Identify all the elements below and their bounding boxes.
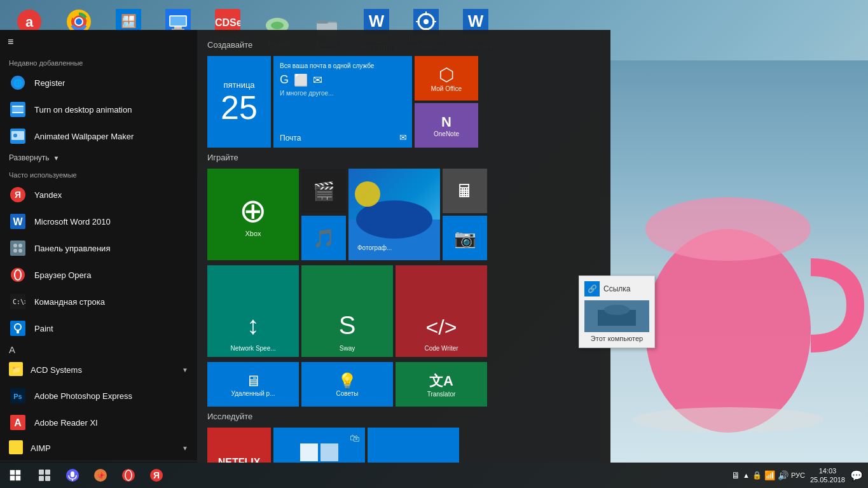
svg-text:Ps: Ps bbox=[13, 393, 22, 400]
yandex-menu-icon: Я bbox=[9, 186, 27, 204]
start-menu-bottom bbox=[0, 461, 197, 463]
svg-point-42 bbox=[13, 134, 17, 137]
photoshop-express-label: Adobe Photoshop Express bbox=[34, 391, 132, 401]
office-icon: ⬡ bbox=[439, 64, 454, 85]
adobe-reader-icon: A bbox=[9, 414, 27, 431]
ms-edge-tile[interactable]: Microsoft Edge bbox=[368, 428, 459, 463]
menu-item-animated[interactable]: Animated Wallpaper Maker bbox=[0, 123, 197, 150]
turn-on-label: Turn on desktop animation bbox=[34, 105, 132, 115]
menu-item-acd-systems[interactable]: 📁 ACD Systems ▼ bbox=[0, 358, 197, 382]
svg-text:Я: Я bbox=[15, 190, 21, 200]
start-menu: ≡ Недавно добавленные 🌐 Register Turn on… bbox=[0, 30, 610, 463]
notification-icon[interactable]: 💬 bbox=[850, 470, 863, 482]
network-speed-tile[interactable]: ↕ Network Spee... bbox=[207, 265, 299, 357]
expand-label: Развернуть bbox=[9, 153, 50, 162]
menu-item-turn-on[interactable]: Turn on desktop animation bbox=[0, 96, 197, 123]
expand-button[interactable]: Развернуть ▼ bbox=[0, 150, 197, 166]
acd-systems-arrow: ▼ bbox=[182, 366, 188, 373]
xbox-label: Xbox bbox=[245, 230, 261, 237]
remote-desktop-tile[interactable]: 🖥 Удаленный р... bbox=[207, 362, 299, 407]
camera-tile[interactable]: 📷 bbox=[443, 216, 487, 260]
vpn-icon[interactable]: 🔒 bbox=[752, 471, 762, 480]
taskbar-clock[interactable]: 14:03 25.05.2018 bbox=[810, 466, 845, 485]
svg-text:📁: 📁 bbox=[11, 365, 21, 374]
start-button[interactable] bbox=[0, 463, 31, 488]
calendar-tile[interactable]: пятница 25 bbox=[207, 56, 271, 148]
svg-rect-65 bbox=[9, 440, 23, 454]
yandex-menu-label: Yandex bbox=[34, 190, 62, 200]
aimp-icon bbox=[9, 440, 23, 456]
svg-rect-74 bbox=[300, 443, 318, 461]
menu-item-adobe-reader[interactable]: A Adobe Reader XI bbox=[0, 409, 197, 436]
sway-icon: S bbox=[339, 311, 356, 340]
task-view-button[interactable] bbox=[31, 463, 59, 488]
svg-rect-88 bbox=[16, 470, 21, 475]
network-icon[interactable]: 🖥 bbox=[731, 470, 740, 480]
calculator-tile[interactable]: 🖩 bbox=[443, 169, 487, 213]
tips-tile[interactable]: 💡 Советы bbox=[301, 362, 393, 407]
language-label[interactable]: РУС bbox=[791, 471, 805, 479]
svg-rect-90 bbox=[16, 476, 21, 481]
menu-item-cmd[interactable]: C:\> Командная строка bbox=[0, 288, 197, 315]
link-popup-title: Ссылка bbox=[603, 284, 630, 293]
animated-wallpaper-label: Animated Wallpaper Maker bbox=[34, 132, 134, 141]
remote-icon: 🖥 bbox=[245, 372, 261, 390]
svg-rect-11 bbox=[174, 27, 182, 29]
play-section-label: Играйте bbox=[207, 153, 600, 162]
menu-item-paint[interactable]: Paint bbox=[0, 315, 197, 342]
photos-tile[interactable]: Фотограф... bbox=[348, 169, 440, 260]
microphone-taskbar-button[interactable] bbox=[59, 463, 86, 488]
adobe-reader-label: Adobe Reader XI bbox=[34, 418, 98, 428]
menu-item-aimp[interactable]: AIMP ▼ bbox=[0, 436, 197, 461]
wifi-icon[interactable]: 📶 bbox=[764, 470, 775, 480]
svg-rect-75 bbox=[320, 443, 338, 461]
taskbar: 📌 Я 🖥 ▲ 🔒 📶 🔊 bbox=[0, 463, 868, 488]
calendar-day-num: 25 bbox=[212, 91, 266, 124]
svg-point-16 bbox=[271, 22, 284, 29]
menu-item-opera[interactable]: Браузер Opera bbox=[0, 261, 197, 288]
yandex-taskbar-button[interactable]: Я bbox=[142, 463, 170, 488]
link-popup[interactable]: 🔗 Ссылка Этот компьютер bbox=[579, 275, 655, 348]
mail-tile[interactable]: Вся ваша почта в одной службе G ⬜ ✉ И мн… bbox=[273, 56, 412, 148]
code-writer-tile[interactable]: </> Code Writer bbox=[396, 265, 487, 357]
mail-label: Почта bbox=[280, 134, 301, 143]
link-popup-image bbox=[584, 300, 649, 332]
svg-rect-56 bbox=[10, 321, 25, 336]
menu-item-yandex[interactable]: Я Yandex bbox=[0, 181, 197, 208]
hamburger-menu[interactable]: ≡ bbox=[0, 30, 197, 54]
svg-text:📌: 📌 bbox=[96, 471, 106, 480]
photoshop-express-icon: Ps bbox=[9, 387, 27, 405]
svg-point-48 bbox=[13, 244, 17, 247]
svg-text:C:\>: C:\> bbox=[13, 298, 25, 305]
onenote-tile[interactable]: N OneNote bbox=[415, 103, 478, 148]
desktop: a Avast Free Antivirus Google Chrome bbox=[0, 0, 868, 488]
volume-icon[interactable]: 🔊 bbox=[778, 470, 789, 480]
pin-taskbar-button[interactable]: 📌 bbox=[86, 463, 114, 488]
translator-tile[interactable]: 文A Translator bbox=[396, 362, 487, 407]
network-speed-label: Network Spee... bbox=[230, 345, 275, 352]
hamburger-icon: ≡ bbox=[8, 36, 13, 48]
films-tile[interactable]: 🎬 bbox=[301, 169, 346, 213]
svg-text:W: W bbox=[468, 11, 484, 31]
control-panel-label: Панель управления bbox=[34, 244, 110, 253]
xbox-tile[interactable]: ⊕ Xbox bbox=[207, 169, 299, 260]
ms-store-tile[interactable]: Microsoft Store 🛍 bbox=[273, 428, 365, 463]
cmd-icon: C:\> bbox=[9, 293, 27, 310]
acd-systems-label: ACD Systems bbox=[31, 365, 82, 375]
sway-tile[interactable]: S Sway bbox=[301, 265, 393, 357]
menu-item-photoshop-express[interactable]: Ps Adobe Photoshop Express bbox=[0, 382, 197, 409]
expand-tray-icon[interactable]: ▲ bbox=[743, 471, 750, 479]
word-menu-icon: W bbox=[9, 213, 27, 230]
translator-icon: 文A bbox=[429, 372, 453, 391]
svg-text:🌐: 🌐 bbox=[13, 78, 23, 88]
remote-label: Удаленный р... bbox=[231, 390, 275, 397]
taskbar-pinned-icons: 📌 Я bbox=[31, 463, 170, 488]
menu-item-word[interactable]: W Microsoft Word 2010 bbox=[0, 208, 197, 235]
menu-item-register[interactable]: 🌐 Register bbox=[0, 69, 197, 96]
netflix-tile[interactable]: NETFLIX Netflix Бесплатно bbox=[207, 428, 271, 463]
moi-office-tile[interactable]: ⬡ Мой Office bbox=[415, 56, 478, 101]
groove-tile[interactable]: 🎵 bbox=[301, 216, 346, 260]
opera-taskbar-button[interactable] bbox=[114, 463, 142, 488]
svg-rect-93 bbox=[39, 476, 44, 481]
menu-item-control-panel[interactable]: Панель управления bbox=[0, 235, 197, 261]
